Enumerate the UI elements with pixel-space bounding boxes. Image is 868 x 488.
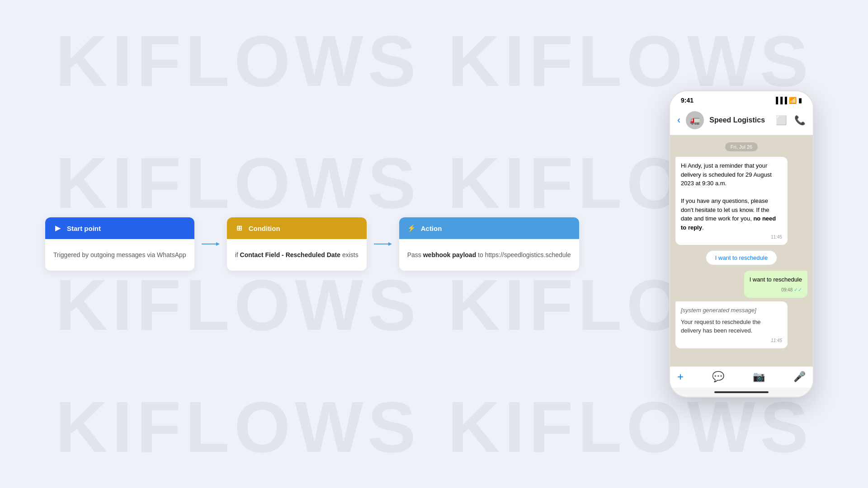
- wifi-icon: 📶: [789, 97, 797, 104]
- system-message-1: [system generated message] Your request …: [675, 301, 788, 348]
- date-badge: Fri, Jul 26: [725, 142, 758, 151]
- phone-call-icon[interactable]: 📞: [794, 115, 806, 126]
- msg-time-3: 11:45: [681, 337, 782, 344]
- condition-label: Condition: [249, 225, 280, 232]
- condition-icon: ⊞: [235, 224, 244, 233]
- action-label: Action: [421, 225, 442, 232]
- action-description: Pass webhook payload to https://speedlog…: [407, 251, 571, 258]
- start-point-card: ▶ Start point Triggered by outgoing mess…: [45, 217, 194, 271]
- condition-card: ⊞ Condition if Contact Field - Reschedul…: [227, 217, 367, 271]
- start-point-description: Triggered by outgoing messages via Whats…: [53, 251, 186, 258]
- video-call-icon[interactable]: ⬜: [776, 115, 787, 126]
- msg-time-2: 09:48 ✓✓: [750, 286, 802, 294]
- back-button[interactable]: ‹: [677, 114, 680, 126]
- bold-text: no need to reply: [681, 215, 776, 231]
- message-text-1: Hi Andy, just a reminder that your deliv…: [681, 162, 776, 231]
- condition-suffix: exists: [340, 251, 359, 258]
- start-point-body: Triggered by outgoing messages via Whats…: [45, 239, 194, 271]
- start-point-header: ▶ Start point: [45, 217, 194, 239]
- avatar: 🚛: [686, 111, 704, 129]
- home-indicator: [670, 388, 813, 397]
- condition-highlight: Contact Field - Rescheduled Date: [240, 251, 340, 258]
- phone-mockup: 9:41 ▐▐▐ 📶 ▮ ‹ 🚛 Speed Logistics ⬜ 📞 Fri…: [669, 90, 814, 398]
- condition-description: if Contact Field - Rescheduled Date exis…: [235, 251, 359, 258]
- sticker-icon[interactable]: 💬: [712, 371, 724, 383]
- signal-icon: ▐▐▐: [774, 97, 787, 104]
- msg-time-1: 11:45: [681, 234, 782, 240]
- received-message-1: Hi Andy, just a reminder that your deliv…: [675, 157, 788, 245]
- svg-marker-1: [216, 242, 220, 246]
- camera-icon[interactable]: 📷: [753, 371, 765, 383]
- play-icon: ▶: [53, 224, 62, 233]
- quick-reply-button[interactable]: I want to reschedule: [706, 250, 777, 265]
- phone-header: ‹ 🚛 Speed Logistics ⬜ 📞: [670, 108, 813, 135]
- sent-message-1: I want to reschedule 09:48 ✓✓: [744, 271, 807, 298]
- start-point-label: Start point: [67, 225, 101, 232]
- action-highlight: webhook payload: [423, 251, 476, 258]
- battery-icon: ▮: [798, 97, 802, 104]
- add-icon[interactable]: +: [677, 371, 684, 383]
- svg-marker-3: [388, 242, 392, 246]
- system-body: Your request to reschedule the delivery …: [681, 318, 782, 335]
- action-icon: ⚡: [407, 224, 416, 233]
- action-body: Pass webhook payload to https://speedlog…: [399, 239, 579, 271]
- condition-header: ⊞ Condition: [227, 217, 367, 239]
- phone-bottom-bar: + 💬 📷 🎤: [670, 366, 813, 388]
- condition-body: if Contact Field - Rescheduled Date exis…: [227, 239, 367, 271]
- action-prefix: Pass: [407, 251, 423, 258]
- action-card: ⚡ Action Pass webhook payload to https:/…: [399, 217, 579, 271]
- arrow-1: [194, 240, 227, 248]
- read-receipt: ✓✓: [794, 287, 802, 292]
- system-italic: [system generated message]: [681, 306, 782, 315]
- contact-name: Speed Logistics: [709, 116, 770, 124]
- action-header: ⚡ Action: [399, 217, 579, 239]
- condition-prefix: if: [235, 251, 240, 258]
- sent-text-1: I want to reschedule: [750, 276, 802, 283]
- phone-time: 9:41: [681, 97, 693, 104]
- home-bar: [714, 391, 769, 393]
- status-icons: ▐▐▐ 📶 ▮: [774, 97, 802, 104]
- action-suffix: to https://speedlogistics.schedule: [476, 251, 571, 258]
- header-actions: ⬜ 📞: [776, 115, 806, 126]
- flow-diagram: ▶ Start point Triggered by outgoing mess…: [27, 217, 669, 271]
- chat-area: Fri, Jul 26 Hi Andy, just a reminder tha…: [670, 135, 813, 366]
- status-bar: 9:41 ▐▐▐ 📶 ▮: [670, 91, 813, 108]
- arrow-2: [367, 240, 399, 248]
- microphone-icon[interactable]: 🎤: [793, 371, 806, 383]
- main-content: ▶ Start point Triggered by outgoing mess…: [0, 0, 868, 488]
